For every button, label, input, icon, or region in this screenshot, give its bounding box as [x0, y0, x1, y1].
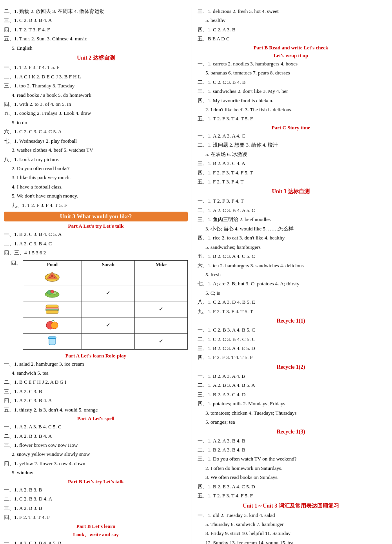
line: 二、1. C 2. C 3. B 4. C 5. C — [198, 335, 384, 343]
table-cell: ✓ — [82, 285, 134, 301]
unit2-section: 一、1. T 2. F 3. T 4. T 5. F 二、1. A C I K … — [4, 63, 188, 209]
look-write-title: Look、write and say — [4, 531, 188, 538]
table-header-food: Food — [23, 260, 82, 269]
line: 一、1. A 2. A 3. B 4. C 5. C — [4, 423, 188, 431]
part-b-try-title: Part B Let's try Let's talk — [4, 479, 188, 485]
svg-rect-15 — [49, 338, 55, 345]
line: 三、1. 鱼肉三明治 2. beef noodles — [198, 215, 384, 223]
line: 4. sandwich 5. tea — [4, 369, 188, 377]
unit2-title: Unit 2 达标自测 — [4, 54, 188, 62]
line: 三、1. B 2. C 3. A 4. E 5. D — [198, 344, 384, 352]
line: 2. I often do homework on Saturdays. — [198, 464, 384, 472]
line: 九、1. T 2. F 3. F 4. T 5. F — [4, 201, 188, 209]
table-row: ✓ — [23, 333, 188, 349]
line: 5. 在农场 6. 冰激凌 — [198, 150, 384, 158]
line: 二、1. A C I K 2. D E G J 3. B F H L — [4, 73, 188, 81]
line: 八、1. C 2. A 3. D 4. B 5. E — [198, 298, 384, 306]
part-a-title: Part A Let's try Let's talk — [4, 223, 188, 229]
line: 5. bananas 6. tomatoes 7. pears 8. dress… — [198, 69, 384, 77]
line: 四、1. F 2. F 3. T 4. F 5. T — [198, 169, 384, 177]
line: 五、1. cooking 2. Fridays 3. Look 4. draw — [4, 109, 188, 117]
line: 三、1. B 2. A 3. C 4. D — [198, 390, 384, 399]
table-row: ✓ — [23, 285, 188, 301]
line: 六、1. tea 2. hamburgers 3. sandwiches 4. … — [198, 261, 384, 270]
unit3-test-section: 一、1. T 2. F 3. F 4. T 二、1. A 2. C 3. B 4… — [198, 197, 384, 316]
part-a-learn-title: Part A Let's learn Role-play — [4, 353, 188, 359]
table-row: ✓ — [23, 317, 188, 333]
line: 四、1. F 2. F 3. T 4. T 5. F — [198, 353, 384, 361]
line: 二、1. C 2. B 3. D 4. A — [4, 495, 188, 503]
line: 七、1. Wednesdays 2. play football — [4, 137, 188, 145]
line: 3. I like this park very much. — [4, 173, 188, 181]
look-section: 一、1. A 2. C 3. B 4. A 5. B 二、1. C 2. C 3… — [4, 539, 188, 544]
food-fruit-icon — [44, 319, 61, 330]
svg-rect-16 — [48, 337, 56, 339]
part-b-learn-title: Part B Let's learn — [4, 523, 188, 529]
line: 3. We often read books on Sundays. — [198, 473, 384, 481]
recycle1-section: 一、1. C 2. B 3. A 4. B 5. C 二、1. C 2. C 3… — [198, 326, 384, 362]
line: 四、1. A 2. C 3. B 4. A — [4, 396, 188, 404]
right-column: 三、1. delicious 2. fresh 3. hot 4. sweet … — [192, 7, 384, 544]
vocab-section: 一、1. old 2. Tuesday 3. kind 4. salad 5. … — [198, 511, 384, 544]
line: 三、1. flower brown cow now How — [4, 441, 188, 449]
line: 3. washes clothes 4. beef 5. watches TV — [4, 146, 188, 154]
line: 一、1. A 2. B 3. B — [4, 486, 188, 494]
line: 5. We don't have enough money. — [4, 192, 188, 200]
line: 二、1. A 2. B 3. A 4. B 5. A — [198, 381, 384, 389]
line: 五、1. T 2. F 3. T 4. T 5. F — [198, 114, 384, 123]
recycle12-section: 一、1. B 2. A 3. A 4. B 二、1. A 2. B 3. A 4… — [198, 372, 384, 426]
line: 5. healthy — [198, 16, 384, 24]
table-cell — [134, 285, 187, 301]
left-column: 二、1. 购物 2. 放回去 3. 在周末 4. 做体育运动 三、1. C 2.… — [4, 7, 192, 544]
line: 一、1. A 2. A 3. A 4. C — [198, 132, 384, 140]
line: 三、1. Do you often watch TV on the weeken… — [198, 455, 384, 463]
line: 二、1. B C E F H J 2. A D G I — [4, 378, 188, 386]
line: 3. tomatoes; chicken 4. Tuesdays; Thursd… — [198, 409, 384, 417]
line: 5. to do — [4, 118, 188, 127]
table-header-sarah: Sarah — [82, 260, 134, 269]
line: 四、1. yellow 2. flower 3. cow 4. down — [4, 459, 188, 468]
line: 12. Sunday 13. ice cream 14. young 15. t… — [198, 539, 384, 544]
food-pizza-icon — [44, 270, 61, 282]
line: 五、1. F 2. T 3. F 4. T — [198, 178, 384, 186]
line: 二、1. C 2. C 3. B 4. B — [198, 78, 384, 86]
line: 一、1. C 2. B 3. A 4. B 5. C — [198, 326, 384, 334]
vocab-review-title: Unit 1～Unit 3 词汇及常用表达回顾复习 — [198, 502, 384, 510]
part-c-title: Part C Story time — [198, 125, 384, 131]
line: 8. Friday 9. strict 10. helpful 11. Satu… — [198, 529, 384, 537]
line: 三、1. too 2. Thursday 3. Tuesday — [4, 82, 188, 90]
unit3-part-a: 一、1. B 2. C 3. B 4. C 5. A 二、1. A 2. C 3… — [4, 230, 188, 257]
line: 2. snowy yellow window slowly snow — [4, 450, 188, 458]
svg-point-3 — [49, 277, 51, 278]
svg-point-14 — [51, 322, 58, 329]
line: 5. Thursday 6. sandwich 7. hamburger — [198, 520, 384, 528]
unit2-pre-section: 二、1. 购物 2. 放回去 3. 在周末 4. 做体育运动 三、1. C 2.… — [4, 7, 188, 52]
line: 五、1. B 2. C 3. A 4. C 5. C — [198, 252, 384, 260]
line: 五、1. Thur. 2. Sun. 3. Chinese 4. music — [4, 34, 188, 43]
line: 一、1. A 2. C 3. B 4. A 5. B — [4, 539, 188, 544]
line: 2. I don't like beef. 3. The fish is del… — [198, 105, 384, 114]
line: 五、B E A D C — [198, 34, 384, 43]
line: 二、1. A 2. C 3. B 4. C — [4, 239, 188, 248]
svg-point-4 — [54, 277, 55, 278]
line: 五、1. T 2. F 3. T 4. F 5. F — [198, 491, 384, 500]
spell-section: 一、1. A 2. A 3. B 4. C 5. C 二、1. A 2. B 3… — [4, 423, 188, 477]
line: 5. sandwiches; hamburgers — [198, 243, 384, 251]
recycle13-title: Recycle 1(3) — [198, 429, 384, 435]
line: 四、1. with 2. to 3. of 4. on 5. in — [4, 100, 188, 108]
wrap-title: Let's wrap it up — [198, 53, 384, 59]
line: 5. C; is — [198, 289, 384, 297]
line: 一、1. B 2. A 3. A 4. B — [198, 372, 384, 380]
line: 二、1. A 2. B 3. B 4. A — [4, 432, 188, 440]
food-drink-icon — [44, 335, 61, 346]
recycle1-title: Recycle 1(1) — [198, 318, 384, 324]
table-row: ✓ — [23, 301, 188, 317]
story-section: 一、1. A 2. A 3. A 4. C 二、1. 没问题 2. 想要 3. … — [198, 132, 384, 186]
line: 四、三、4 1 5 3 6 2 — [4, 248, 188, 257]
line: 5. English — [4, 44, 188, 52]
line: 四、1. F 2. T 3. T 4. F — [4, 513, 188, 521]
svg-point-8 — [51, 290, 54, 293]
unit3-test-title: Unit 3 达标自测 — [198, 188, 384, 195]
line: 二、1. A 2. C 3. B 4. A 5. C — [198, 206, 384, 214]
line: 三、1. A 2. C 3. B — [4, 387, 188, 395]
